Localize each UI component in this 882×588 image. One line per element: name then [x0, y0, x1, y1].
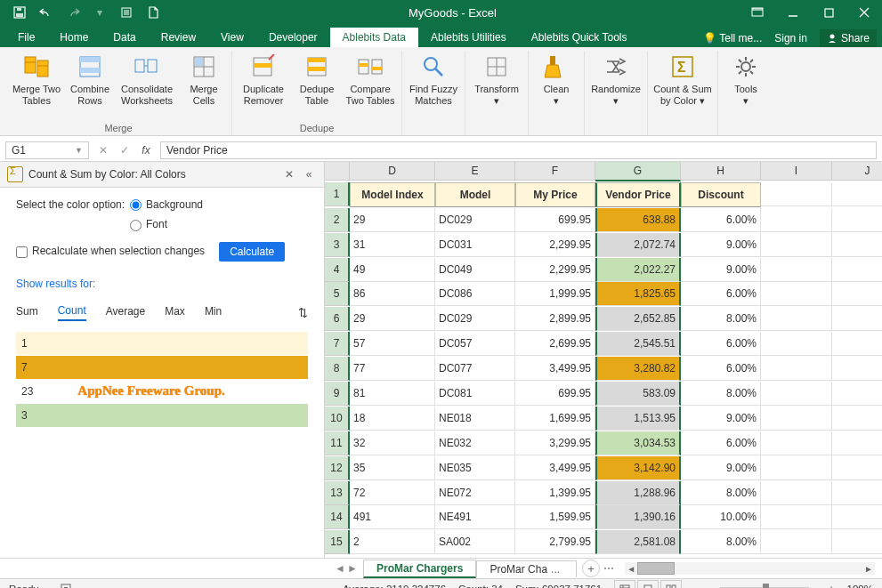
- cancel-icon[interactable]: ✕: [93, 140, 114, 161]
- row-header[interactable]: 8: [325, 357, 350, 381]
- cell[interactable]: 1,999.95: [515, 282, 595, 306]
- cell[interactable]: DC081: [435, 382, 515, 406]
- cell[interactable]: 1,699.95: [515, 407, 595, 431]
- row-header[interactable]: 2: [325, 208, 350, 232]
- row-header[interactable]: 1: [325, 182, 350, 206]
- horizontal-scrollbar[interactable]: ◄►: [625, 562, 875, 575]
- row-header[interactable]: 13: [325, 481, 350, 505]
- cell[interactable]: DC031: [435, 233, 515, 257]
- row-header[interactable]: 6: [325, 307, 350, 331]
- cell[interactable]: 2: [350, 530, 435, 554]
- duplicate-remover-button[interactable]: Duplicate Remover: [236, 51, 291, 108]
- ribbon-display-icon[interactable]: [740, 0, 775, 25]
- normal-view-button[interactable]: [614, 580, 635, 588]
- table-header-cell[interactable]: My Price: [515, 182, 595, 207]
- formula-input[interactable]: Vendor Price: [160, 141, 877, 159]
- tell-me[interactable]: 💡 Tell me...: [703, 32, 762, 44]
- sign-in-link[interactable]: Sign in: [774, 32, 807, 44]
- tab-view[interactable]: View: [208, 28, 256, 47]
- cell[interactable]: 1,399.95: [515, 481, 595, 505]
- cell[interactable]: 9.00%: [681, 456, 761, 480]
- cell[interactable]: 86: [350, 282, 435, 306]
- cell[interactable]: 32: [350, 431, 435, 455]
- cell[interactable]: 72: [350, 481, 435, 505]
- combine-rows-button[interactable]: Combine Rows: [66, 51, 114, 108]
- cell[interactable]: NE018: [435, 407, 515, 431]
- cell[interactable]: 8.00%: [681, 530, 761, 554]
- cell[interactable]: 2,581.08: [595, 530, 681, 554]
- cell[interactable]: 6.00%: [681, 431, 761, 455]
- redo-icon[interactable]: [61, 3, 85, 22]
- tab-developer[interactable]: Developer: [256, 28, 330, 47]
- pane-close-icon[interactable]: ✕: [281, 166, 297, 182]
- cell[interactable]: 2,652.85: [595, 307, 681, 331]
- row-header[interactable]: 15: [325, 530, 350, 554]
- row-header[interactable]: 14: [325, 505, 350, 529]
- row-header[interactable]: 12: [325, 456, 350, 480]
- tab-min[interactable]: Min: [205, 305, 222, 320]
- col-header[interactable]: G: [595, 162, 681, 181]
- cell[interactable]: 1,513.95: [595, 407, 681, 431]
- cell[interactable]: SA002: [435, 530, 515, 554]
- zoom-in-button[interactable]: +: [829, 584, 835, 588]
- consolidate-button[interactable]: Consolidate Worksheets: [116, 51, 178, 108]
- cell[interactable]: 1,825.65: [595, 282, 681, 306]
- fx-icon[interactable]: fx: [135, 140, 157, 161]
- table-header-cell[interactable]: Discount: [681, 182, 761, 207]
- touch-mode-icon[interactable]: [114, 3, 139, 22]
- cell[interactable]: 2,299.95: [515, 258, 595, 282]
- calculate-button[interactable]: Calculate: [219, 242, 285, 262]
- dedupe-table-button[interactable]: Dedupe Table: [293, 51, 341, 108]
- cell[interactable]: DC077: [435, 357, 515, 381]
- sheet-nav-next[interactable]: ►: [347, 562, 358, 575]
- recalc-checkbox[interactable]: Recalculate when selection changes: [16, 245, 205, 257]
- col-header[interactable]: J: [832, 162, 882, 181]
- cell[interactable]: 8.00%: [681, 382, 761, 406]
- tab-home[interactable]: Home: [47, 28, 101, 47]
- tab-average[interactable]: Average: [106, 305, 145, 320]
- undo-icon[interactable]: [34, 3, 59, 22]
- name-box[interactable]: G1▼: [5, 141, 89, 159]
- result-row[interactable]: 7: [16, 356, 308, 379]
- enter-icon[interactable]: ✓: [114, 140, 135, 161]
- cell[interactable]: 9.00%: [681, 258, 761, 282]
- close-button[interactable]: [846, 0, 882, 25]
- show-results-link[interactable]: Show results for:: [16, 278, 95, 290]
- cell[interactable]: 6.00%: [681, 282, 761, 306]
- cell[interactable]: 2,699.95: [515, 332, 595, 356]
- tab-review[interactable]: Review: [149, 28, 208, 47]
- cell[interactable]: 2,545.51: [595, 332, 681, 356]
- cell[interactable]: 81: [350, 382, 435, 406]
- cell[interactable]: 2,299.95: [515, 233, 595, 257]
- cell[interactable]: 638.88: [595, 208, 681, 232]
- cell[interactable]: 491: [350, 505, 435, 529]
- cell[interactable]: NE035: [435, 456, 515, 480]
- cell[interactable]: 6.00%: [681, 332, 761, 356]
- cell[interactable]: 31: [350, 233, 435, 257]
- table-header-cell[interactable]: Model: [435, 182, 515, 207]
- cell[interactable]: 29: [350, 208, 435, 232]
- save-icon[interactable]: [7, 3, 32, 22]
- cell[interactable]: 77: [350, 357, 435, 381]
- cell[interactable]: 8.00%: [681, 307, 761, 331]
- cell[interactable]: 3,142.90: [595, 456, 681, 480]
- cell[interactable]: 6.00%: [681, 208, 761, 232]
- select-all[interactable]: [325, 162, 350, 181]
- sheet-tab-2[interactable]: ProMar Cha...: [476, 560, 577, 577]
- row-header[interactable]: 4: [325, 258, 350, 282]
- table-header-cell[interactable]: Model Index: [350, 182, 435, 207]
- background-radio[interactable]: Background: [130, 198, 203, 211]
- cell[interactable]: 57: [350, 332, 435, 356]
- tab-ablebits-utilities[interactable]: Ablebits Utilities: [418, 28, 519, 47]
- cell[interactable]: 9.00%: [681, 233, 761, 257]
- col-header[interactable]: E: [435, 162, 515, 181]
- sort-icon[interactable]: ⇅: [298, 306, 308, 319]
- cell[interactable]: DC057: [435, 332, 515, 356]
- sheet-tab-active[interactable]: ProMar Chargers: [363, 560, 476, 578]
- cell[interactable]: 699.95: [515, 382, 595, 406]
- macro-record-icon[interactable]: [60, 583, 72, 588]
- table-header-cell[interactable]: Vendor Price: [595, 182, 681, 207]
- cell[interactable]: 3,499.95: [515, 456, 595, 480]
- tab-max[interactable]: Max: [165, 305, 185, 320]
- minimize-button[interactable]: [775, 0, 811, 25]
